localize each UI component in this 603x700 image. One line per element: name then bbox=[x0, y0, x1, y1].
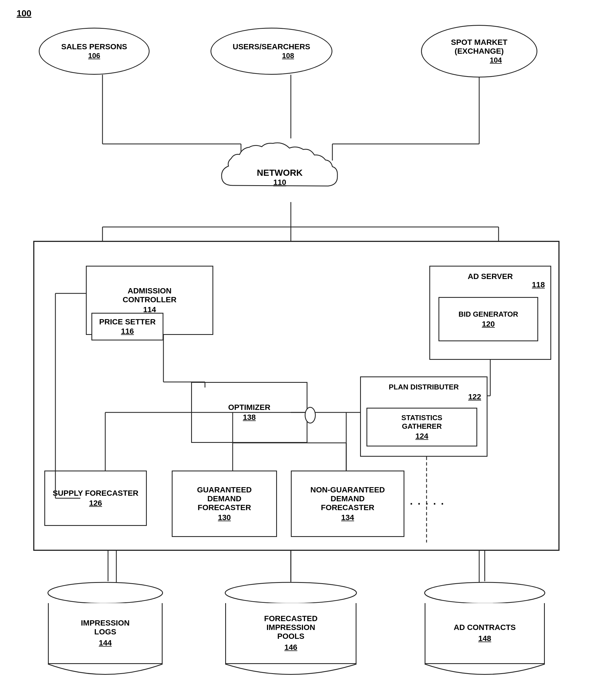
users-searchers-label: USERS/SEARCHERS bbox=[233, 42, 310, 51]
spot-market-label: SPOT MARKET(EXCHANGE) bbox=[451, 38, 507, 55]
sales-persons-node: SALES PERSONS 106 bbox=[39, 28, 150, 75]
non-guaranteed-demand-ref: 134 bbox=[341, 513, 354, 522]
price-setter-ref: 116 bbox=[121, 327, 134, 336]
price-setter-label: PRICE SETTER bbox=[99, 318, 156, 326]
impression-logs-node: IMPRESSIONLOGS 144 bbox=[47, 581, 163, 675]
sales-persons-ref: 106 bbox=[88, 51, 100, 60]
supply-forecaster-label: SUPPLY FORECASTER bbox=[53, 489, 139, 498]
statistics-gatherer-ref: 124 bbox=[415, 432, 429, 441]
ad-contracts-node: AD CONTRACTS 148 bbox=[424, 581, 546, 675]
non-guaranteed-demand-label: NON-GUARANTEEDDEMANDFORECASTER bbox=[310, 485, 385, 512]
svg-point-42 bbox=[425, 582, 545, 603]
guaranteed-demand-label: GUARANTEEDDEMANDFORECASTER bbox=[197, 485, 252, 512]
supply-forecaster-ref: 126 bbox=[89, 499, 102, 508]
ad-server-node: AD SERVER 118 BID GENERATOR 120 bbox=[429, 266, 551, 360]
plan-distributer-ref: 122 bbox=[468, 393, 481, 401]
statistics-gatherer-label: STATISTICSGATHERER bbox=[401, 414, 442, 431]
guaranteed-demand-ref: 130 bbox=[218, 513, 231, 522]
optimizer-node: OPTIMIZER 138 bbox=[191, 382, 308, 443]
optimizer-label: OPTIMIZER bbox=[228, 403, 270, 412]
svg-point-41 bbox=[225, 582, 357, 603]
ellipsis-dots: . . . . . bbox=[410, 496, 445, 507]
spot-market-node: SPOT MARKET(EXCHANGE) 104 bbox=[421, 25, 537, 77]
forecasted-impression-pools-node: FORECASTEDIMPRESSIONPOOLS 146 bbox=[224, 581, 357, 675]
price-setter-node: PRICE SETTER 116 bbox=[91, 313, 163, 341]
plan-distributer-label: PLAN DISTRIBUTER bbox=[389, 383, 459, 391]
forecasted-impression-pools-label: FORECASTEDIMPRESSIONPOOLS bbox=[264, 614, 318, 641]
svg-point-40 bbox=[48, 582, 163, 603]
impression-logs-label: IMPRESSIONLOGS bbox=[81, 619, 130, 636]
system-diagram: 100 bbox=[0, 0, 603, 700]
spot-market-ref: 104 bbox=[490, 56, 502, 64]
admission-controller-label: ADMISSIONCONTROLLER bbox=[123, 286, 176, 304]
users-searchers-ref: 108 bbox=[282, 51, 294, 60]
impression-logs-ref: 144 bbox=[99, 639, 112, 647]
ad-server-ref: 118 bbox=[532, 280, 545, 289]
non-guaranteed-demand-node: NON-GUARANTEEDDEMANDFORECASTER 134 bbox=[291, 471, 404, 537]
bid-generator-ref: 120 bbox=[482, 320, 495, 329]
optimizer-ref: 138 bbox=[243, 413, 256, 422]
sales-persons-label: SALES PERSONS bbox=[61, 42, 127, 51]
ad-contracts-label: AD CONTRACTS bbox=[454, 623, 516, 632]
svg-text:NETWORK: NETWORK bbox=[257, 168, 303, 178]
svg-text:110: 110 bbox=[273, 178, 286, 186]
users-searchers-node: USERS/SEARCHERS 108 bbox=[211, 28, 332, 75]
puzzle-connector bbox=[305, 407, 316, 424]
forecasted-impression-pools-ref: 146 bbox=[285, 643, 297, 652]
ad-contracts-ref: 148 bbox=[478, 634, 491, 643]
ad-server-label: AD SERVER bbox=[468, 272, 513, 281]
bid-generator-label: BID GENERATOR bbox=[458, 310, 518, 319]
network-node: NETWORK 110 bbox=[211, 135, 349, 202]
plan-distributer-node: PLAN DISTRIBUTER 122 STATISTICSGATHERER … bbox=[360, 376, 487, 457]
guaranteed-demand-node: GUARANTEEDDEMANDFORECASTER 130 bbox=[172, 471, 277, 537]
supply-forecaster-node: SUPPLY FORECASTER 126 bbox=[44, 471, 147, 526]
